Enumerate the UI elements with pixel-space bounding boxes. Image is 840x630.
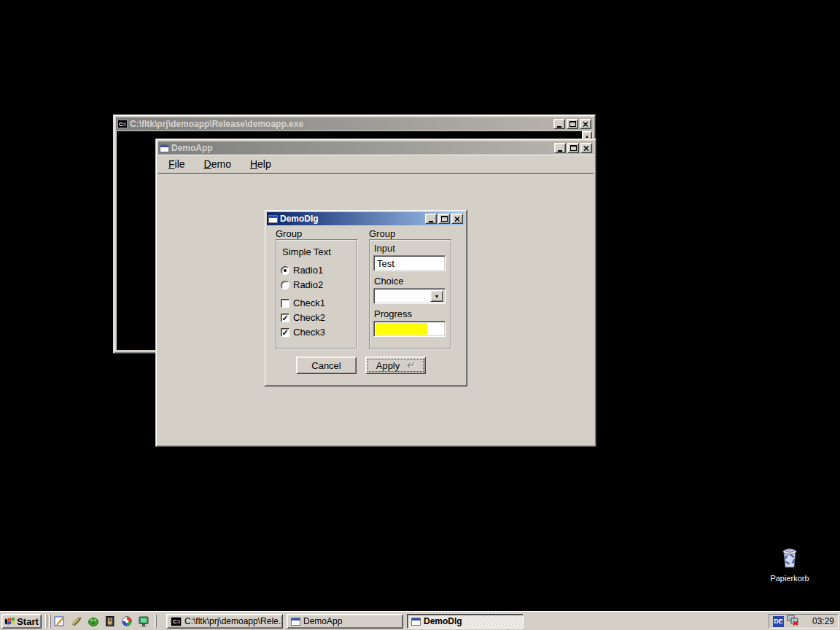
demoapp-maximize-button[interactable] bbox=[567, 143, 579, 153]
minimize-icon bbox=[558, 150, 562, 152]
taskbar-divider bbox=[49, 615, 51, 628]
console-icon: C:\ bbox=[117, 120, 128, 128]
menu-demo[interactable]: Demo bbox=[200, 157, 236, 171]
console-window-title: C:\fltk\prj\demoapp\Release\demoapp.exe bbox=[130, 119, 551, 129]
minimize-icon bbox=[557, 126, 561, 128]
apply-button[interactable]: Apply bbox=[365, 357, 426, 374]
radio2-button[interactable] bbox=[281, 281, 289, 289]
quicklaunch-notepad-icon[interactable] bbox=[54, 615, 66, 627]
check3-row[interactable]: ✓ Check3 bbox=[281, 327, 325, 338]
radio-dot-icon bbox=[284, 269, 287, 272]
right-groupbox: Input Choice ▼ Progress bbox=[369, 239, 451, 349]
quicklaunch-colorlogo-icon[interactable] bbox=[121, 615, 133, 627]
taskbar: Start C:\ C:\fltk\prj\demoapp\Rele... De… bbox=[0, 611, 840, 630]
console-icon: C:\ bbox=[171, 617, 182, 626]
input-label: Input bbox=[374, 243, 395, 254]
check3-label: Check3 bbox=[293, 327, 325, 338]
check1-checkbox[interactable] bbox=[281, 299, 289, 308]
input-field-wrap bbox=[373, 255, 446, 271]
maximize-icon bbox=[570, 145, 577, 151]
taskbar-divider bbox=[155, 615, 157, 628]
demodlg-maximize-button[interactable] bbox=[438, 214, 450, 224]
quicklaunch-creature-icon[interactable] bbox=[88, 615, 99, 627]
taskbar-clock[interactable]: 03:29 bbox=[812, 616, 834, 626]
menu-help[interactable]: Help bbox=[246, 157, 276, 171]
taskbar-task-console[interactable]: C:\ C:\fltk\prj\demoapp\Rele... bbox=[166, 614, 283, 629]
demoapp-menubar: File Demo Help bbox=[158, 155, 594, 174]
demoapp-minimize-button[interactable] bbox=[554, 143, 566, 153]
windows-logo-icon bbox=[4, 616, 15, 626]
cancel-button[interactable]: Cancel bbox=[296, 357, 357, 374]
progress-bar bbox=[373, 321, 446, 337]
taskbar-divider bbox=[45, 615, 47, 628]
demoapp-window-title: DemoApp bbox=[171, 143, 552, 153]
left-groupbox: Simple Text Radio1 Radio2 Check1 ✓ Check… bbox=[276, 239, 357, 349]
close-icon bbox=[583, 122, 588, 127]
input-field[interactable] bbox=[376, 257, 443, 269]
console-maximize-button[interactable] bbox=[567, 119, 578, 129]
radio2-row[interactable]: Radio2 bbox=[281, 279, 323, 290]
quicklaunch-write-icon[interactable] bbox=[71, 615, 82, 627]
maximize-icon bbox=[441, 216, 448, 222]
demodlg-minimize-button[interactable] bbox=[425, 214, 437, 224]
recycle-bin-desktop-icon[interactable]: Papierkorb bbox=[763, 544, 817, 583]
task-console-label: C:\fltk\prj\demoapp\Rele... bbox=[184, 616, 283, 626]
demodlg-window-icon bbox=[268, 215, 278, 223]
check1-row[interactable]: Check1 bbox=[281, 298, 325, 308]
apply-button-label: Apply bbox=[376, 360, 400, 371]
radio2-label: Radio2 bbox=[293, 279, 323, 290]
taskbar-task-demodlg[interactable]: DemoDlg bbox=[407, 614, 524, 629]
choice-dropdown-button[interactable]: ▼ bbox=[430, 290, 443, 302]
choice-dropdown[interactable]: ▼ bbox=[373, 288, 446, 304]
right-group-label: Group bbox=[369, 228, 395, 239]
task-demoapp-label: DemoApp bbox=[303, 616, 342, 626]
cancel-button-label: Cancel bbox=[311, 360, 341, 371]
start-button[interactable]: Start bbox=[1, 614, 42, 629]
start-button-label: Start bbox=[17, 616, 39, 627]
close-icon bbox=[454, 217, 460, 222]
check1-label: Check1 bbox=[293, 298, 325, 308]
console-titlebar[interactable]: C:\ C:\fltk\prj\demoapp\Release\demoapp.… bbox=[116, 117, 593, 131]
demoapp-titlebar[interactable]: DemoApp bbox=[158, 141, 594, 155]
check3-checkbox[interactable]: ✓ bbox=[281, 328, 289, 337]
demodlg-dialog[interactable]: DemoDlg Group Group Simple Text Radio1 R… bbox=[264, 209, 467, 386]
quicklaunch-terminal-icon[interactable] bbox=[138, 615, 149, 627]
quicklaunch-book-icon[interactable] bbox=[104, 615, 116, 627]
progress-label: Progress bbox=[374, 308, 412, 319]
console-minimize-button[interactable] bbox=[553, 119, 565, 129]
demoapp-window-icon bbox=[160, 144, 169, 152]
recycle-bin-label: Papierkorb bbox=[763, 574, 817, 583]
keyboard-layout-indicator[interactable]: DE bbox=[773, 616, 784, 627]
check2-row[interactable]: ✓ Check2 bbox=[281, 312, 325, 323]
choice-label: Choice bbox=[374, 276, 403, 287]
demodlg-titlebar[interactable]: DemoDlg bbox=[267, 212, 464, 225]
radio1-button[interactable] bbox=[281, 266, 289, 275]
desktop: { "colors": { "chrome": "#D4D0C8", "acti… bbox=[0, 0, 840, 630]
simple-text-label: Simple Text bbox=[282, 246, 331, 257]
return-arrow-icon bbox=[404, 362, 415, 369]
demoapp-close-button[interactable] bbox=[580, 143, 592, 153]
check2-label: Check2 bbox=[293, 312, 325, 323]
console-close-button[interactable] bbox=[580, 119, 591, 129]
system-tray: DE 03:29 bbox=[769, 614, 839, 629]
network-status-icon[interactable] bbox=[787, 615, 799, 628]
radio1-label: Radio1 bbox=[293, 265, 323, 276]
minimize-icon bbox=[429, 221, 433, 222]
radio1-row[interactable]: Radio1 bbox=[281, 265, 323, 276]
check2-checkbox[interactable]: ✓ bbox=[281, 314, 289, 322]
maximize-icon bbox=[569, 121, 576, 127]
left-group-label: Group bbox=[276, 228, 302, 239]
demodlg-window-title: DemoDlg bbox=[280, 214, 423, 224]
recycle-bin-icon bbox=[777, 544, 802, 572]
close-icon bbox=[583, 146, 589, 151]
demodlg-close-button[interactable] bbox=[451, 214, 463, 224]
task-demodlg-label: DemoDlg bbox=[424, 616, 462, 626]
taskbar-task-demoapp[interactable]: DemoApp bbox=[287, 614, 403, 629]
window-icon bbox=[291, 618, 300, 626]
progress-bar-fill bbox=[376, 323, 427, 335]
demodlg-client-area: Group Group Simple Text Radio1 Radio2 Ch… bbox=[267, 225, 464, 384]
window-icon bbox=[411, 618, 421, 626]
menu-file[interactable]: File bbox=[164, 157, 190, 171]
